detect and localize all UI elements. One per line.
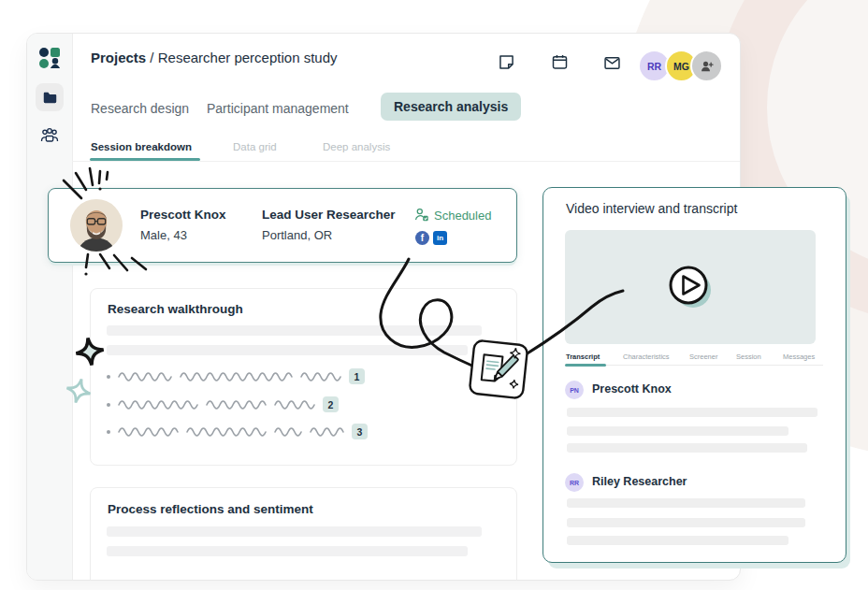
calendar-icon: [550, 52, 570, 72]
bullet-dot: [107, 375, 110, 379]
placeholder-bar: [107, 546, 468, 556]
panel-tab-characteristics[interactable]: Characteristics: [623, 353, 670, 361]
note-badge: 3: [352, 424, 368, 439]
tab-research-design[interactable]: Research design: [91, 101, 189, 116]
breadcrumb-separator: /: [146, 50, 158, 65]
scribble-text: [274, 425, 302, 439]
participant-location: Portland, OR: [262, 228, 332, 242]
research-walkthrough-card: Research walkthrough 1 2: [90, 288, 517, 466]
scribble-text: [118, 397, 198, 412]
sparkle-icon: [73, 333, 108, 370]
video-player: [565, 230, 816, 344]
placeholder-bar: [107, 325, 482, 336]
mail-button[interactable]: [602, 53, 623, 74]
folder-icon: [42, 90, 58, 106]
breadcrumb: Projects / Researcher perception study: [91, 50, 338, 65]
scribble-text: [206, 397, 267, 412]
note-badge: 2: [323, 396, 339, 412]
video-transcript-panel: Video interview and transcript Transcrip…: [542, 187, 846, 563]
status-badge: Scheduled: [434, 209, 491, 223]
panel-tab-transcript[interactable]: Transcript: [566, 353, 600, 361]
list-item: 1: [107, 368, 365, 384]
pencil-note-doodle: [467, 338, 530, 401]
sidebar-item-panel[interactable]: [38, 124, 61, 147]
transcript-line: [567, 408, 817, 417]
scribble-text: [300, 369, 341, 384]
team-panel-icon: [39, 125, 60, 146]
card-title: Process reflections and sentiment: [108, 502, 313, 516]
speaker-name: Riley Researcher: [592, 475, 687, 488]
play-icon: [666, 263, 715, 311]
list-item: 3: [107, 424, 368, 439]
active-panel-tab-underline: [565, 364, 606, 367]
scribble-text: [310, 425, 344, 439]
add-person-icon: [699, 58, 716, 75]
divider: [72, 161, 740, 162]
sidebar-item-projects[interactable]: [36, 83, 64, 111]
screen: Projects / Researcher perception study R…: [0, 0, 868, 590]
panel-tab-session[interactable]: Session: [736, 353, 761, 361]
process-reflections-card: Process reflections and sentiment: [90, 487, 517, 581]
mail-icon: [602, 53, 622, 73]
speaker-avatar: RR: [565, 473, 584, 492]
transcript-line: [567, 426, 788, 436]
card-title: Research walkthrough: [108, 302, 243, 316]
scribble-text: [180, 369, 293, 384]
panel-title: Video interview and transcript: [566, 201, 737, 216]
facebook-icon[interactable]: f: [415, 231, 429, 245]
subtab-deep-analysis[interactable]: Deep analysis: [323, 141, 390, 152]
note-icon: [497, 52, 516, 72]
breadcrumb-section[interactable]: Projects: [91, 50, 146, 65]
scribble-text: [186, 425, 267, 439]
panel-tab-messages[interactable]: Messages: [783, 353, 815, 361]
linkedin-icon[interactable]: in: [433, 231, 447, 245]
participant-photo: [69, 198, 123, 252]
active-subtab-underline: [90, 158, 200, 161]
tab-research-analysis[interactable]: Research analysis: [381, 93, 521, 121]
play-button[interactable]: [666, 263, 715, 311]
scribble-text: [274, 397, 315, 412]
calendar-button[interactable]: [550, 52, 571, 73]
panel-tab-screener[interactable]: Screener: [689, 353, 717, 361]
app-logo-icon[interactable]: [36, 46, 64, 70]
note-button[interactable]: [497, 52, 517, 73]
bullet-dot: [107, 403, 110, 407]
participant-demographics: Male, 43: [140, 228, 187, 242]
add-member-button[interactable]: [690, 50, 723, 82]
note-badge: 1: [349, 368, 365, 384]
participant-card[interactable]: Prescott Knox Male, 43 Lead User Researc…: [48, 188, 517, 263]
scribble-text: [118, 369, 172, 384]
participant-role: Lead User Researcher: [262, 208, 396, 222]
tab-participant-management[interactable]: Participant management: [207, 101, 349, 116]
sidebar: [27, 34, 73, 580]
speaker-avatar: PN: [565, 381, 584, 399]
scheduled-person-icon: [413, 207, 429, 223]
transcript-line: [567, 518, 805, 527]
pencil-note-icon: [467, 338, 530, 401]
bullet-dot: [107, 430, 110, 434]
speaker-name: Prescott Knox: [592, 382, 672, 396]
transcript-line: [567, 536, 788, 545]
transcript-line: [567, 498, 805, 508]
list-item: 2: [107, 396, 339, 412]
scribble-text: [118, 425, 179, 439]
placeholder-bar: [107, 526, 482, 537]
subtab-session-breakdown[interactable]: Session breakdown: [91, 141, 192, 152]
participant-name: Prescott Knox: [140, 208, 226, 222]
placeholder-bar: [107, 345, 468, 355]
app-logo-icon: [39, 48, 60, 68]
transcript-line: [567, 443, 807, 453]
subtab-data-grid[interactable]: Data grid: [233, 141, 277, 152]
page-title: Researcher perception study: [158, 50, 338, 65]
